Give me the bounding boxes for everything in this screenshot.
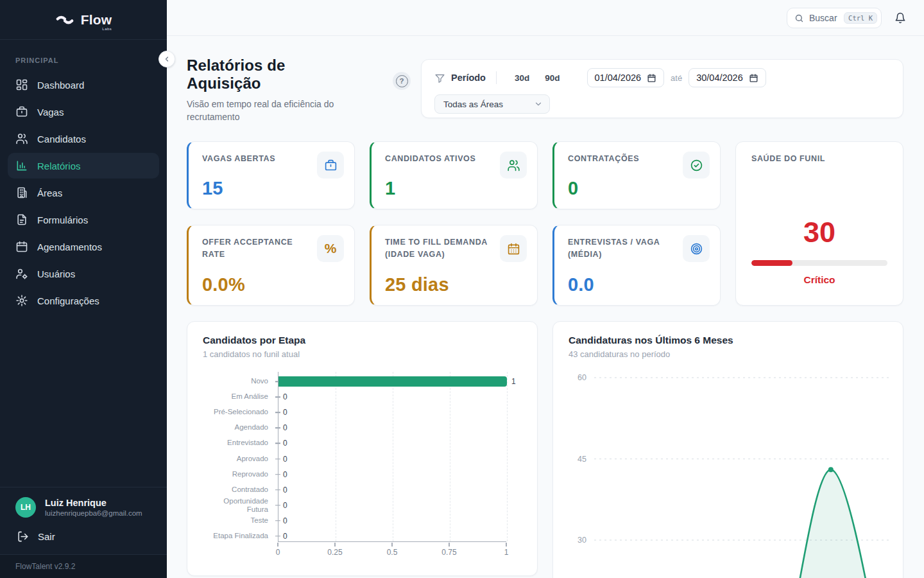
sidebar-item-label: Usuários [37,268,75,279]
check-circle-icon [683,152,710,179]
bar-category-label: Pré-Selecionado [209,408,268,417]
sidebar-item-label: Agendamentos [37,241,102,252]
gridline [336,372,336,541]
kpi-card-saude-do-funil: SAÚDE DO FUNIL 30 Crítico [735,141,903,306]
date-from-input[interactable]: 01/04/2026 [587,68,665,87]
kpi-title: OFFER ACCEPTANCE RATE [202,236,310,261]
sidebar-item-candidatos[interactable]: Candidatos [8,126,159,152]
sidebar-item-label: Áreas [37,188,62,198]
kpi-title: SAÚDE DO FUNIL [751,153,859,165]
users-icon [15,132,28,145]
help-button[interactable]: ? [393,72,411,90]
user-name: Luiz Henrique [45,498,142,508]
chart-title: Candidatos por Etapa [187,322,537,346]
date-from-value: 01/04/2026 [595,73,642,83]
area-chart-canvas: 604530 [553,322,903,578]
kpi-card-offer-acceptance: OFFER ACCEPTANCE RATE 0.0% % [187,225,355,306]
sidebar-item-formularios[interactable]: Formulários [8,207,159,232]
kpi-value: 1 [385,178,524,199]
calendar-icon [749,73,758,83]
sidebar-collapse-button[interactable] [158,51,175,67]
kpi-grid: VAGAS ABERTAS 15 CANDIDATOS ATIVOS 1 CON… [187,141,903,306]
page-title: Relatórios de Aquisição [187,57,357,92]
kpi-card-vagas-abertas: VAGAS ABERTAS 15 [187,141,355,209]
area-select[interactable]: Todas as Áreas [434,94,550,114]
y-axis-tick-label: 60 [578,373,586,382]
bar-category-label: Novo [209,377,268,385]
candidates-by-stage-chart: Candidatos por Etapa 1 candidatos no fun… [187,321,538,576]
kpi-card-entrevistas-vaga: ENTREVISTAS / VAGA (MÉDIA) 0.0 [552,225,721,306]
kpi-value: 0.0% [202,274,341,295]
area-fill [594,469,890,578]
bar [278,376,507,387]
quick-range-90d-button[interactable]: 90d [537,69,567,87]
nav-section-label: PRINCIPAL [15,57,167,64]
briefcase-icon [15,105,28,118]
file-text-icon [15,213,28,226]
data-point-marker [828,467,834,472]
funnel-health-status: Crítico [751,274,887,286]
bar-chart-x-axis: 00.250.50.751 [278,543,506,562]
user-email: luizhenriquepba6@gmail.com [45,509,142,517]
kpi-value: 0 [568,178,707,199]
search-input[interactable]: Buscar Ctrl K [787,8,882,28]
sidebar-item-configuracoes[interactable]: Configurações [8,288,159,313]
x-axis-tick [277,543,278,547]
bar-category-label: Reprovado [209,470,268,478]
bar-value-label: 0 [283,470,287,479]
quick-range-30d-button[interactable]: 30d [507,69,537,87]
kpi-value: 25 dias [385,274,524,295]
bar-chart-icon [15,159,28,172]
chart-subtitle: 1 candidatos no funil atual [187,346,537,359]
sidebar-item-dashboard[interactable]: Dashboard [8,72,159,98]
funnel-health-progress [751,260,887,266]
user-profile[interactable]: LH Luiz Henrique luizhenriquepba6@gmail.… [15,497,151,518]
sidebar-item-usuarios[interactable]: Usuários [8,261,159,286]
calendar-icon [15,240,28,253]
area-line [594,469,890,578]
notifications-button[interactable] [894,12,906,24]
bar-value-label: 1 [511,377,516,386]
x-axis-tick-label: 0.75 [435,548,463,557]
sidebar-item-label: Vagas [37,107,64,118]
logout-button[interactable]: Sair [0,518,167,554]
app-logo: FlowLabs [0,0,167,40]
shortcut-badge: Ctrl K [844,12,877,24]
sidebar-item-relatorios[interactable]: Relatórios [8,153,159,179]
kpi-title: VAGAS ABERTAS [202,153,310,165]
kpi-card-time-to-fill: TIME TO FILL DEMANDA (IDADE VAGA) 25 dia… [370,225,538,306]
bar-value-label: 0 [283,516,287,525]
kpi-value: 15 [202,178,341,199]
sidebar-item-label: Dashboard [37,80,84,91]
sidebar-item-agendamentos[interactable]: Agendamentos [8,234,159,259]
period-label: Período [451,73,486,83]
main-content: Relatórios de Aquisição Visão em tempo r… [167,36,924,578]
bar-category-label: Teste [209,516,268,525]
kpi-title: ENTREVISTAS / VAGA (MÉDIA) [568,236,676,261]
date-to-value: 30/04/2026 [696,73,743,83]
date-to-input[interactable]: 30/04/2026 [689,68,766,87]
users-icon [500,152,527,179]
sidebar-item-label: Relatórios [37,161,81,171]
bar-value-label: 0 [283,423,287,432]
x-axis-tick-label: 1 [492,548,520,557]
dashboard-icon [15,78,28,91]
chevron-left-icon [163,55,171,63]
filter-panel: Período 30d 90d 01/04/2026 até 30/04/202… [421,59,903,118]
x-axis-tick-label: 0.25 [321,548,349,557]
calendar-days-icon [500,235,527,262]
avatar: LH [15,497,36,518]
x-axis-tick [506,543,507,547]
x-axis-tick-label: 0.5 [378,548,406,557]
search-icon [794,13,804,23]
calendar-icon [647,73,656,83]
x-axis-tick [449,543,450,547]
chart-subtitle: 43 candidaturas no período [553,346,903,359]
briefcase-icon [317,152,344,179]
logout-label: Sair [38,531,55,542]
gridline [393,372,393,541]
sidebar-item-areas[interactable]: Áreas [8,180,159,206]
x-axis-tick [391,543,393,547]
user-gear-icon [15,267,28,280]
sidebar-item-vagas[interactable]: Vagas [8,99,159,125]
